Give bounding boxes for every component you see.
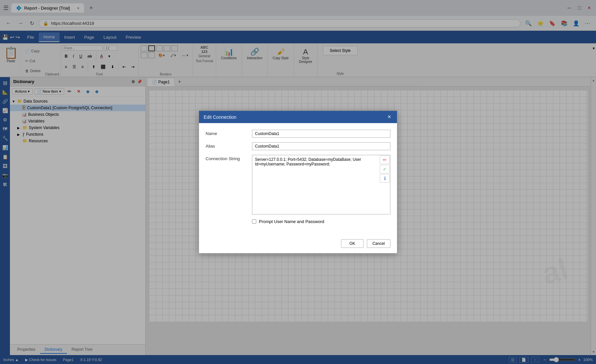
conn-string-edit-button[interactable]: ✏ (380, 156, 390, 164)
name-label: Name (206, 130, 252, 136)
edit-connection-modal: Edit Connection × Name Alias Connection … (199, 111, 397, 253)
modal-title: Edit Connection (204, 114, 236, 120)
alias-label: Alias (206, 142, 252, 149)
modal-footer: OK Cancel (199, 236, 397, 253)
modal-overlay: Edit Connection × Name Alias Connection … (0, 0, 596, 364)
prompt-checkbox-row: Prompt User Name and Password (252, 219, 390, 224)
conn-string-info-button[interactable]: ℹ (380, 174, 390, 183)
conn-string-input[interactable]: Server=127.0.0.1; Port=5432; Database=my… (252, 155, 390, 214)
modal-body: Name Alias Connection String Server=127.… (199, 123, 397, 236)
name-input[interactable] (252, 130, 390, 138)
modal-header: Edit Connection × (199, 111, 397, 123)
alias-row: Alias (206, 142, 390, 150)
alias-input[interactable] (252, 142, 390, 150)
prompt-checkbox-label: Prompt User Name and Password (259, 219, 324, 224)
ok-button[interactable]: OK (341, 239, 363, 248)
conn-string-check-button[interactable]: ✓ (380, 165, 390, 173)
conn-string-row: Connection String Server=127.0.0.1; Port… (206, 155, 390, 214)
name-row: Name (206, 130, 390, 138)
conn-string-container: Server=127.0.0.1; Port=5432; Database=my… (252, 155, 390, 214)
prompt-checkbox[interactable] (252, 219, 256, 224)
modal-close-button[interactable]: × (386, 114, 392, 120)
cancel-button[interactable]: Cancel (367, 239, 390, 248)
conn-string-buttons: ✏ ✓ ℹ (380, 156, 390, 183)
conn-string-label: Connection String (206, 155, 252, 161)
